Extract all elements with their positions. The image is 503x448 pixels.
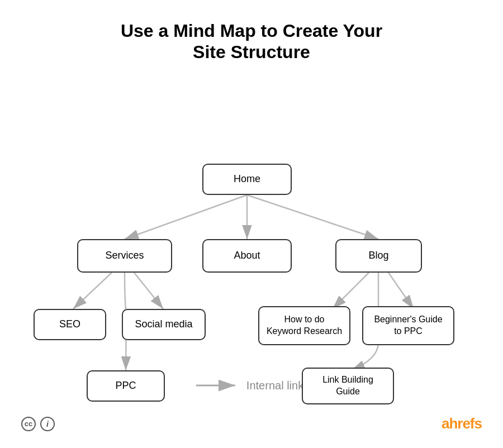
page-title: Use a Mind Map to Create Your Site Struc… xyxy=(0,0,503,69)
node-social-media: Social media xyxy=(122,309,206,340)
title-line1: Use a Mind Map to Create Your xyxy=(121,21,382,41)
node-blog: Blog xyxy=(335,239,422,273)
connectors-svg xyxy=(0,74,503,398)
node-home: Home xyxy=(202,164,292,195)
node-about: About xyxy=(202,239,292,273)
ahrefs-logo: ahrefs xyxy=(442,415,482,432)
node-services: Services xyxy=(77,239,172,273)
node-seo: SEO xyxy=(34,309,106,340)
node-keyword-research: How to doKeyword Research xyxy=(258,306,350,345)
info-icon: i xyxy=(40,417,55,431)
svg-line-6 xyxy=(333,273,369,309)
footer: cc i ahrefs xyxy=(0,415,503,432)
page-container: Use a Mind Map to Create Your Site Struc… xyxy=(0,0,503,448)
svg-line-7 xyxy=(388,273,414,309)
node-ppc: PPC xyxy=(87,370,165,402)
svg-line-5 xyxy=(134,273,163,309)
svg-line-1 xyxy=(125,195,247,239)
svg-line-3 xyxy=(247,195,378,239)
title-line2: Site Structure xyxy=(193,42,310,62)
node-beginners-guide: Beginner's Guideto PPC xyxy=(362,306,454,345)
node-link-building: Link BuildingGuide xyxy=(302,368,394,404)
cc-icon: cc xyxy=(21,417,36,431)
svg-line-4 xyxy=(73,273,112,309)
mind-map-diagram: Home Services About Blog SEO Social medi… xyxy=(0,74,503,398)
footer-icons: cc i xyxy=(21,417,55,431)
